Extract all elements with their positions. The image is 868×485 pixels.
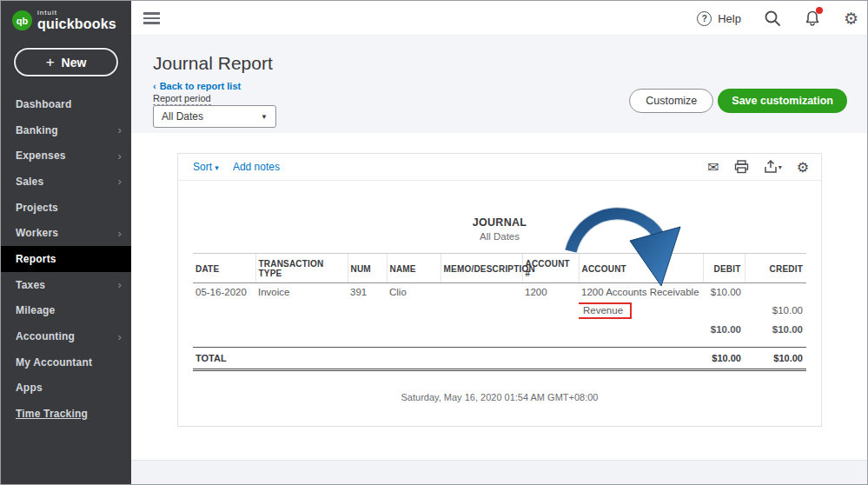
notification-dot [816, 7, 823, 14]
col-name: NAME [387, 254, 441, 283]
report-settings-gear-icon[interactable]: ⚙ [797, 159, 809, 176]
help-button[interactable]: ? Help [697, 11, 741, 26]
app-window: qb intuit quickbooks + New Dashboard Ban… [0, 0, 868, 485]
export-icon[interactable]: ▾ [764, 160, 782, 174]
main-content: Sort ▾ Add notes ✉ ▾ ⚙ JOURNAL [131, 133, 868, 462]
journal-table: DATE TRANSACTION TYPE NUM NAME MEMO/DESC… [193, 253, 806, 371]
help-icon: ? [697, 11, 712, 26]
col-transaction-type: TRANSACTION TYPE [255, 254, 348, 283]
new-button-label: New [62, 56, 87, 70]
report-toolbar: Sort ▾ Add notes ✉ ▾ ⚙ [178, 154, 821, 181]
revenue-highlight-box: Revenue [579, 302, 632, 319]
quickbooks-wordmark: quickbooks [37, 17, 116, 31]
sidebar-item-my-accountant[interactable]: My Accountant [1, 349, 131, 375]
sidebar-item-accounting[interactable]: Accounting › [1, 323, 131, 349]
new-button[interactable]: + New [14, 48, 118, 76]
back-to-report-list-link[interactable]: ‹ Back to report list [153, 81, 241, 91]
chevron-right-icon: › [117, 123, 122, 136]
sidebar-item-taxes[interactable]: Taxes › [1, 272, 131, 298]
total-debit: $10.00 [703, 348, 745, 370]
chevron-right-icon: › [117, 330, 122, 343]
period-value: All Dates [162, 110, 203, 123]
sort-dropdown[interactable]: Sort ▾ [193, 161, 219, 173]
qb-logo-icon: qb [12, 10, 32, 30]
page-header: Journal Report ‹ Back to report list Rep… [131, 36, 868, 133]
sidebar-item-apps[interactable]: Apps [1, 375, 131, 402]
table-row[interactable]: 05-16-2020 Invoice 391 Clio 1200 1200 Ac… [193, 283, 806, 300]
print-icon[interactable] [734, 160, 749, 174]
sidebar-item-projects[interactable]: Projects [1, 195, 131, 221]
chevron-right-icon: › [117, 149, 122, 163]
notifications-bell-icon[interactable] [804, 10, 821, 27]
sidebar-item-reports[interactable]: Reports [1, 246, 131, 272]
total-label: TOTAL [193, 348, 703, 370]
col-account: ACCOUNT [579, 254, 703, 283]
save-customization-button[interactable]: Save customization [718, 89, 847, 113]
col-num: NUM [348, 254, 387, 283]
report-timestamp: Saturday, May 16, 2020 01:54 AM GMT+08:0… [178, 392, 821, 402]
total-credit: $10.00 [745, 348, 806, 370]
table-total-row: TOTAL $10.00 $10.00 [193, 348, 806, 370]
report-heading: JOURNAL All Dates [178, 216, 821, 242]
col-credit: CREDIT [745, 254, 806, 283]
col-debit: DEBIT [703, 254, 745, 283]
col-account-num: ACCOUNT # [522, 254, 579, 283]
sidebar-nav: Dashboard Banking › Expenses › Sales › P… [1, 91, 131, 427]
customize-button[interactable]: Customize [629, 89, 713, 113]
sidebar-item-dashboard[interactable]: Dashboard [1, 91, 131, 117]
back-chevron-icon: ‹ [153, 81, 156, 91]
table-subtotal-row: $10.00 $10.00 [193, 321, 806, 337]
quickbooks-logo: qb intuit quickbooks [1, 1, 131, 31]
intuit-wordmark: intuit [37, 10, 116, 17]
report-title: JOURNAL [178, 216, 821, 230]
report-subtitle: All Dates [178, 230, 821, 242]
chevron-right-icon: › [117, 227, 122, 240]
topbar: ? Help ⚙ [131, 1, 868, 36]
settings-gear-icon[interactable]: ⚙ [844, 9, 858, 28]
col-date: DATE [193, 254, 255, 283]
dropdown-caret-icon: ▼ [261, 113, 268, 121]
hamburger-menu-icon[interactable] [143, 12, 160, 27]
plus-icon: + [46, 54, 55, 71]
report-period-dropdown[interactable]: All Dates ▼ [153, 105, 276, 128]
chevron-right-icon: › [117, 278, 122, 291]
table-header-row: DATE TRANSACTION TYPE NUM NAME MEMO/DESC… [193, 254, 806, 283]
page-title: Journal Report [153, 53, 273, 74]
sidebar-item-time-tracking[interactable]: Time Tracking [1, 401, 131, 427]
sidebar-item-sales[interactable]: Sales › [1, 169, 131, 195]
sidebar-item-expenses[interactable]: Expenses › [1, 143, 131, 169]
sort-caret-icon: ▾ [215, 163, 219, 172]
bottom-strip [131, 460, 868, 484]
chevron-right-icon: › [117, 175, 122, 188]
table-row[interactable]: Revenue $10.00 [193, 300, 806, 321]
sidebar: qb intuit quickbooks + New Dashboard Ban… [1, 1, 131, 484]
report-period-label[interactable]: Report period [153, 93, 211, 105]
export-caret-icon: ▾ [779, 163, 782, 171]
sidebar-item-banking[interactable]: Banking › [1, 117, 131, 143]
report-card: Sort ▾ Add notes ✉ ▾ ⚙ JOURNAL [177, 153, 822, 427]
sidebar-item-workers[interactable]: Workers › [1, 220, 131, 246]
sidebar-item-mileage[interactable]: Mileage [1, 298, 131, 324]
col-memo: MEMO/DESCRIPTION [441, 254, 522, 283]
search-icon[interactable] [764, 10, 781, 27]
add-notes-button[interactable]: Add notes [233, 161, 280, 173]
email-icon[interactable]: ✉ [707, 159, 719, 176]
help-label: Help [718, 12, 741, 25]
